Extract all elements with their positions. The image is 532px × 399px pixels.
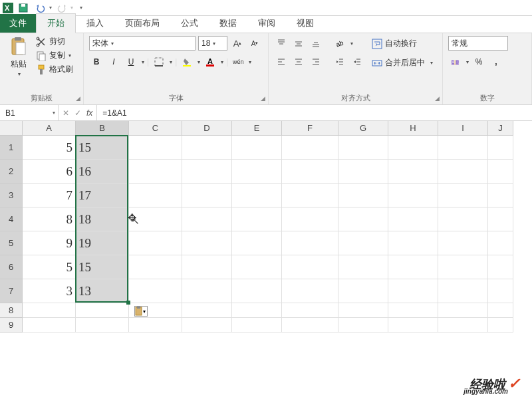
cell-H4[interactable] <box>388 207 438 231</box>
italic-button[interactable]: I <box>106 55 121 69</box>
tab-insert[interactable]: 插入 <box>76 14 114 33</box>
cell-I7[interactable] <box>438 279 488 303</box>
cancel-button[interactable]: ✕ <box>63 108 69 118</box>
row-header-4[interactable]: 4 <box>0 207 23 231</box>
underline-button[interactable]: U <box>124 55 138 69</box>
cell-F7[interactable] <box>282 279 338 303</box>
decrease-indent-button[interactable] <box>332 55 347 69</box>
cell-F1[interactable] <box>282 136 338 160</box>
cell-J7[interactable] <box>488 279 513 303</box>
tab-formulas[interactable]: 公式 <box>170 14 209 33</box>
align-left-button[interactable] <box>274 55 289 69</box>
tab-home[interactable]: 开始 <box>36 13 76 33</box>
row-header-3[interactable]: 3 <box>0 184 23 207</box>
cell-E1[interactable] <box>232 136 282 160</box>
cell-D7[interactable] <box>182 279 232 303</box>
merge-center-button[interactable]: 合并后居中▾ <box>368 55 436 70</box>
cell-A8[interactable] <box>23 303 76 318</box>
save-icon[interactable] <box>16 1 31 15</box>
font-dialog-launcher[interactable]: ◢ <box>261 95 265 102</box>
align-right-button[interactable] <box>309 55 323 69</box>
decrease-font-button[interactable]: A▾ <box>247 36 262 51</box>
row-header-1[interactable]: 1 <box>0 136 23 160</box>
cell-H6[interactable] <box>388 255 438 279</box>
cell-I2[interactable] <box>438 160 488 184</box>
cell-J3[interactable] <box>488 184 513 207</box>
cell-I8[interactable] <box>438 303 488 318</box>
tab-data[interactable]: 数据 <box>209 14 247 33</box>
tab-file[interactable]: 文件 <box>0 14 36 33</box>
column-header-E[interactable]: E <box>232 121 282 136</box>
cell-J9[interactable] <box>488 318 513 332</box>
cell-C9[interactable] <box>129 318 182 332</box>
format-painter-button[interactable]: 格式刷 <box>36 64 73 75</box>
cell-A2[interactable]: 6 <box>23 160 76 184</box>
redo-dropdown[interactable]: ▾ <box>70 5 73 11</box>
paste-button[interactable]: 粘贴 ▾ <box>5 36 32 77</box>
cell-H2[interactable] <box>388 160 438 184</box>
cell-B9[interactable] <box>76 318 129 332</box>
border-button[interactable] <box>152 55 166 69</box>
formula-input[interactable]: =1&A1 <box>97 105 532 120</box>
select-all-corner[interactable] <box>0 121 23 136</box>
comma-button[interactable]: , <box>489 55 503 69</box>
cell-I9[interactable] <box>438 318 488 332</box>
fill-color-button[interactable] <box>180 55 194 69</box>
cell-B4[interactable]: 18 <box>76 207 129 231</box>
column-header-H[interactable]: H <box>388 121 438 136</box>
phonetic-button[interactable]: wén <box>231 55 245 69</box>
cut-button[interactable]: 剪切 <box>36 36 73 47</box>
cell-A9[interactable] <box>23 318 76 332</box>
cell-C3[interactable] <box>129 184 182 207</box>
cell-A1[interactable]: 5 <box>23 136 76 160</box>
cell-J5[interactable] <box>488 231 513 255</box>
tab-review[interactable]: 审阅 <box>247 14 286 33</box>
cell-J8[interactable] <box>488 303 513 318</box>
cell-G1[interactable] <box>338 136 388 160</box>
cell-I6[interactable] <box>438 255 488 279</box>
cell-E2[interactable] <box>232 160 282 184</box>
cell-G9[interactable] <box>338 318 388 332</box>
cell-B2[interactable]: 16 <box>76 160 129 184</box>
cell-F3[interactable] <box>282 184 338 207</box>
orientation-button[interactable]: ab <box>332 36 347 51</box>
cell-F6[interactable] <box>282 255 338 279</box>
fx-button[interactable]: fx <box>86 108 92 118</box>
cell-D3[interactable] <box>182 184 232 207</box>
row-header-2[interactable]: 2 <box>0 160 23 184</box>
cell-F8[interactable] <box>282 303 338 318</box>
qat-customize[interactable]: ▾ <box>80 5 82 11</box>
cell-I5[interactable] <box>438 231 488 255</box>
cell-D2[interactable] <box>182 160 232 184</box>
cell-I3[interactable] <box>438 184 488 207</box>
cell-C6[interactable] <box>129 255 182 279</box>
cell-D6[interactable] <box>182 255 232 279</box>
font-size-combo[interactable]: 18▾ <box>198 36 227 51</box>
row-header-6[interactable]: 6 <box>0 255 23 279</box>
cell-J6[interactable] <box>488 255 513 279</box>
cell-I4[interactable] <box>438 207 488 231</box>
enter-button[interactable]: ✓ <box>74 108 81 118</box>
row-header-8[interactable]: 8 <box>0 303 23 318</box>
cell-J1[interactable] <box>488 136 513 160</box>
row-header-7[interactable]: 7 <box>0 279 23 303</box>
cell-C1[interactable] <box>129 136 182 160</box>
wrap-text-button[interactable]: 自动换行 <box>368 36 436 51</box>
cell-C5[interactable] <box>129 231 182 255</box>
cell-A5[interactable]: 9 <box>23 231 76 255</box>
column-header-D[interactable]: D <box>182 121 232 136</box>
cell-F4[interactable] <box>282 207 338 231</box>
align-middle-button[interactable] <box>291 36 306 51</box>
column-header-B[interactable]: B <box>76 121 129 136</box>
cell-E7[interactable] <box>232 279 282 303</box>
alignment-dialog-launcher[interactable]: ◢ <box>435 95 440 102</box>
cell-A4[interactable]: 8 <box>23 207 76 231</box>
cell-F9[interactable] <box>282 318 338 332</box>
cell-F5[interactable] <box>282 231 338 255</box>
cell-A6[interactable]: 5 <box>23 255 76 279</box>
cell-H8[interactable] <box>388 303 438 318</box>
cell-G7[interactable] <box>338 279 388 303</box>
cell-H3[interactable] <box>388 184 438 207</box>
align-top-button[interactable] <box>274 36 289 51</box>
cell-B8[interactable] <box>76 303 129 318</box>
